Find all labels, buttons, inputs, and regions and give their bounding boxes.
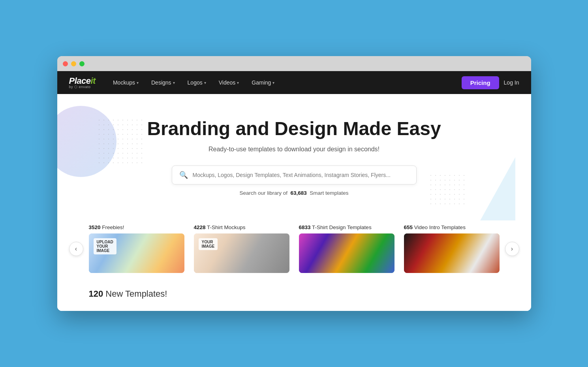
logo-tagline: by ⬡ envato [69, 85, 96, 89]
hero-section: Branding and Design Made Easy Ready-to-u… [57, 94, 531, 220]
search-icon: 🔍 [179, 171, 188, 179]
new-templates-label: 120 New Templates! [89, 289, 500, 299]
categories-grid: 3520 Freebies! UPLOADYOURIMAGE 4228 T [89, 224, 500, 273]
decorative-triangle [476, 157, 515, 220]
minimize-button[interactable] [71, 61, 76, 66]
category-label: 4228 T-Shirt Mockups [194, 224, 289, 230]
category-label: 6833 T-Shirt Design Templates [299, 224, 395, 230]
search-input[interactable] [193, 172, 409, 178]
search-count: Search our library of 63,683 Smart templ… [69, 190, 519, 196]
logo[interactable]: Placeit by ⬡ envato [69, 77, 96, 89]
category-label: 3520 Freebies! [89, 224, 184, 230]
category-tshirt-designs[interactable]: 6833 T-Shirt Design Templates [299, 224, 395, 273]
nav-right: Pricing Log In [462, 76, 519, 89]
nav-logos[interactable]: Logos ▾ [182, 76, 212, 89]
category-thumbnail: UPLOADYOURIMAGE [89, 233, 184, 273]
browser-titlebar [57, 56, 531, 71]
nav-gaming[interactable]: Gaming ▾ [246, 76, 280, 89]
logo-text: Placeit [69, 77, 96, 85]
category-thumbnail [299, 233, 395, 273]
nav-videos[interactable]: Videos ▾ [213, 76, 245, 89]
decorative-dots-right [428, 173, 468, 205]
category-thumbnail [404, 233, 500, 273]
pricing-button[interactable]: Pricing [462, 76, 499, 89]
nav-mockups[interactable]: Mockups ▾ [107, 76, 144, 89]
nav-designs[interactable]: Designs ▾ [146, 76, 180, 89]
categories-section: ‹ 3520 Freebies! UPLOADYOURIMAGE [57, 220, 531, 281]
login-button[interactable]: Log In [504, 79, 519, 86]
close-button[interactable] [63, 61, 68, 66]
hero-title: Branding and Design Made Easy [69, 118, 519, 139]
category-freebies[interactable]: 3520 Freebies! UPLOADYOURIMAGE [89, 224, 184, 273]
browser-window: Placeit by ⬡ envato Mockups ▾ Designs ▾ … [57, 56, 531, 311]
nav-links: Mockups ▾ Designs ▾ Logos ▾ Videos ▾ Gam… [107, 76, 462, 89]
chevron-down-icon: ▾ [237, 81, 239, 85]
category-tshirt-mockups[interactable]: 4228 T-Shirt Mockups YOURIMAGE [194, 224, 289, 273]
category-video-intros[interactable]: 655 Video Intro Templates [404, 224, 500, 273]
chevron-down-icon: ▾ [173, 81, 175, 85]
new-templates-section: 120 New Templates! [57, 281, 531, 311]
category-label: 655 Video Intro Templates [404, 224, 500, 230]
chevron-down-icon: ▾ [204, 81, 206, 85]
maximize-button[interactable] [79, 61, 85, 66]
carousel-prev-button[interactable]: ‹ [69, 242, 83, 256]
category-thumbnail: YOURIMAGE [194, 233, 289, 273]
chevron-down-icon: ▾ [272, 81, 274, 85]
browser-content: Placeit by ⬡ envato Mockups ▾ Designs ▾ … [57, 71, 531, 311]
carousel-next-button[interactable]: › [505, 242, 519, 256]
search-bar[interactable]: 🔍 [172, 166, 417, 184]
hero-subtitle: Ready-to-use templates to download your … [69, 146, 519, 153]
chevron-down-icon: ▾ [137, 81, 139, 85]
navbar: Placeit by ⬡ envato Mockups ▾ Designs ▾ … [57, 71, 531, 94]
